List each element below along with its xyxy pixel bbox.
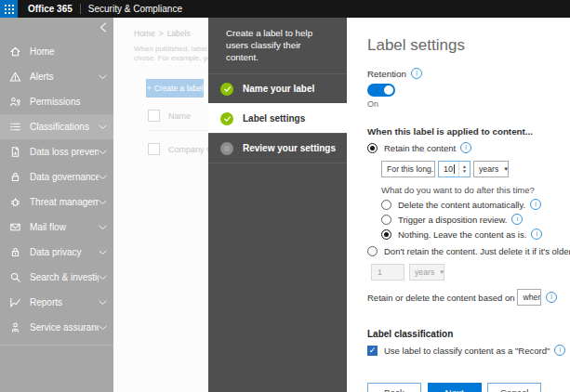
delete-automatically-radio[interactable]: [381, 200, 391, 210]
chevron-down-icon: [99, 300, 107, 306]
table-row: Company Ge: [148, 143, 208, 155]
nav-list: Home Alerts Permissions Classifications: [0, 39, 113, 346]
sidebar-item-alerts[interactable]: Alerts: [0, 64, 113, 89]
classification-heading: Label classification: [367, 329, 557, 339]
chevron-down-icon: [99, 74, 107, 80]
sidebar-item-search-investigation[interactable]: Search & investigation: [0, 265, 113, 290]
search-icon: [9, 271, 23, 284]
sidebar-item-data-governance[interactable]: Data governance: [0, 164, 113, 189]
step-complete-check-icon: [220, 83, 233, 96]
step-pending-dot-icon: [220, 142, 233, 155]
wizard-step-name-your-label[interactable]: Name your label: [208, 73, 347, 103]
label-settings-panel: Label settings Retention On When this la…: [347, 18, 570, 392]
create-label-wizard: Create a label to help users classify th…: [208, 18, 347, 392]
nothing-leave-content-radio[interactable]: [381, 229, 391, 240]
dont-retain-radio[interactable]: [367, 246, 378, 256]
cancel-button[interactable]: Cancel: [487, 383, 541, 392]
sidebar-item-threat-management[interactable]: Threat management: [0, 189, 113, 215]
chevron-down-icon: [99, 225, 107, 230]
lock-icon: [9, 246, 23, 259]
dont-retain-value-input: 1: [371, 264, 404, 281]
row-checkbox: [148, 143, 160, 155]
app-launcher-icon[interactable]: [0, 0, 18, 18]
sidebar-item-reports[interactable]: Reports: [0, 290, 113, 315]
collapse-nav-icon[interactable]: [99, 22, 107, 33]
duration-unit-select[interactable]: years ▼: [473, 161, 509, 177]
info-icon[interactable]: [530, 199, 541, 210]
info-icon[interactable]: [546, 292, 557, 303]
breadcrumb: Home>Labels: [134, 29, 208, 38]
plus-icon: +: [146, 84, 151, 93]
app-title: Security & Compliance: [88, 4, 182, 14]
retain-content-label[interactable]: Retain the content: [384, 143, 456, 153]
sidebar-item-data-loss-prevention[interactable]: Data loss prevention: [0, 139, 113, 164]
dont-retain-label[interactable]: Don't retain the content. Just delete it…: [384, 246, 570, 256]
sidebar-item-home[interactable]: Home: [0, 39, 113, 64]
topbar-divider: [80, 4, 81, 14]
sidebar-item-mail-flow[interactable]: Mail flow: [0, 215, 113, 240]
chart-icon: [9, 296, 23, 309]
lock-icon: [9, 171, 23, 184]
retention-label: Retention: [367, 69, 406, 79]
chevron-down-icon: ▼: [503, 166, 509, 172]
info-icon[interactable]: [554, 345, 565, 356]
bug-icon: [9, 196, 23, 209]
based-on-label: Retain or delete the content based on: [367, 293, 514, 303]
top-bar: Office 365 Security & Compliance: [0, 0, 570, 18]
create-label-button: + Create a label: [146, 79, 204, 98]
chevron-down-icon: [99, 325, 107, 331]
mail-icon: [9, 221, 23, 234]
duration-mode-select[interactable]: For this long... ▼: [381, 161, 435, 177]
wizard-step-label-settings[interactable]: Label settings: [208, 103, 347, 133]
info-icon[interactable]: [460, 142, 471, 153]
data-loss-prevention-icon: [9, 146, 23, 159]
retention-toggle[interactable]: [367, 84, 395, 97]
info-icon[interactable]: [411, 68, 422, 79]
breadcrumb-home: Home: [134, 29, 155, 38]
wizard-intro-text: Create a label to help users classify th…: [208, 18, 347, 73]
row-label: Company Ge: [168, 145, 208, 154]
classifications-icon: [9, 121, 23, 134]
next-button[interactable]: Next: [428, 383, 482, 392]
text-cursor: [454, 164, 455, 174]
sidebar-item-service-assurance[interactable]: Service assurance: [0, 315, 113, 340]
sidebar-item-data-privacy[interactable]: Data privacy: [0, 240, 113, 265]
chevron-down-icon: [99, 250, 107, 255]
info-icon[interactable]: [531, 229, 542, 240]
sidebar-item-classifications[interactable]: Classifications: [0, 114, 113, 139]
security-compliance-window: Office 365 Security & Compliance Home Al…: [0, 0, 570, 392]
chevron-down-icon: [99, 124, 107, 130]
record-checkbox-label[interactable]: Use label to classify content as a "Reco…: [384, 346, 550, 356]
chevron-down-icon: [99, 150, 107, 155]
left-nav: Home Alerts Permissions Classifications: [0, 18, 113, 392]
toggle-knob: [384, 85, 393, 95]
dont-retain-unit-select: years ▼: [409, 264, 444, 281]
labels-page-dimmed: Home>Labels When published, label chose.…: [113, 18, 208, 392]
home-icon: [9, 46, 23, 59]
retain-content-radio[interactable]: [367, 143, 378, 153]
toggle-state-label: On: [367, 99, 557, 109]
disposition-review-radio[interactable]: [381, 215, 391, 225]
table-header-row: Name: [148, 110, 208, 131]
record-checkbox[interactable]: [367, 346, 378, 356]
page-intro-text: When published, label chose. For example…: [134, 45, 208, 63]
based-on-select[interactable]: when it was created ▼: [517, 289, 541, 306]
select-all-checkbox: [148, 110, 160, 122]
chevron-down-icon: [99, 275, 107, 281]
step-complete-check-icon: [220, 112, 233, 125]
number-spinner[interactable]: ▲▼: [458, 162, 470, 176]
person-icon: [9, 321, 23, 334]
back-button[interactable]: Back: [367, 383, 421, 392]
breadcrumb-current: Labels: [167, 29, 191, 38]
duration-value-input[interactable]: 10 ▲▼: [438, 161, 471, 177]
wizard-step-review-your-settings[interactable]: Review your settings: [208, 133, 347, 163]
alert-icon: [9, 71, 23, 84]
permissions-icon: [9, 96, 23, 109]
office-365-logo[interactable]: Office 365: [28, 4, 73, 14]
sidebar-item-permissions[interactable]: Permissions: [0, 89, 113, 114]
nav-divider: [0, 345, 113, 346]
chevron-down-icon: ▼: [439, 269, 444, 275]
name-column-header: Name: [168, 111, 191, 121]
info-icon[interactable]: [511, 214, 523, 225]
chevron-down-icon: [99, 175, 107, 180]
